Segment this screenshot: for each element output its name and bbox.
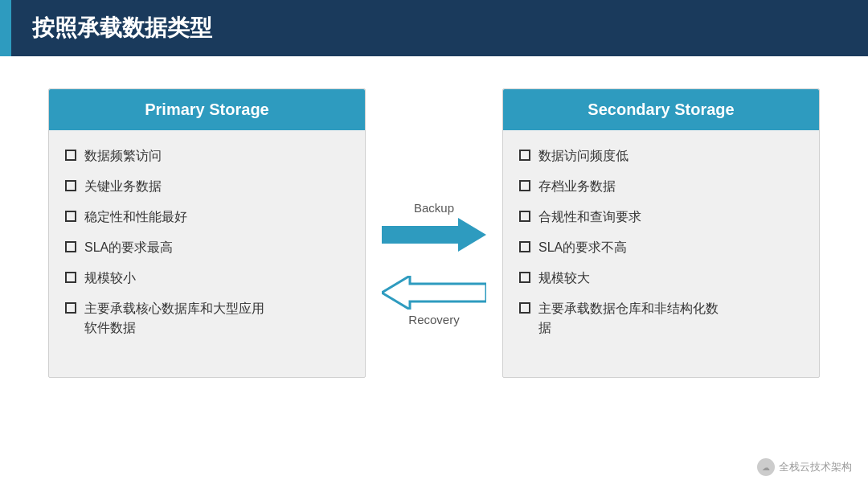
list-item: 稳定性和性能最好 [65, 207, 341, 227]
bullet-icon [519, 272, 530, 283]
item-text: 规模较小 [84, 269, 341, 288]
bullet-icon [519, 150, 530, 161]
item-text: 存档业务数据 [538, 177, 795, 196]
list-item: SLA的要求最高 [65, 238, 341, 257]
list-item: 规模较大 [519, 269, 795, 288]
item-text: 主要承载数据仓库和非结构化数据 [538, 299, 795, 338]
list-item: 数据频繁访问 [65, 146, 341, 166]
item-text: 主要承载核心数据库和大型应用软件数据 [84, 299, 341, 338]
backup-arrow-icon [382, 218, 486, 252]
list-item: 存档业务数据 [519, 177, 795, 196]
bullet-icon [519, 302, 530, 314]
list-item: 规模较小 [65, 269, 341, 288]
bullet-icon [65, 211, 76, 222]
item-text: 合规性和查询要求 [538, 207, 795, 227]
list-item: 合规性和查询要求 [519, 207, 795, 227]
secondary-storage-box: Secondary Storage 数据访问频度低 存档业务数据 合规性和查询要… [502, 88, 820, 378]
item-text: 规模较大 [538, 269, 795, 288]
watermark: ☁ 全栈云技术架构 [757, 458, 852, 476]
page-title: 按照承载数据类型 [32, 13, 212, 43]
list-item: 数据访问频度低 [519, 146, 795, 166]
recovery-arrow-wrapper: Recovery [382, 276, 486, 326]
bullet-icon [65, 272, 76, 283]
svg-marker-1 [382, 276, 486, 310]
item-text: 数据频繁访问 [84, 146, 341, 166]
bullet-icon [65, 302, 76, 314]
secondary-storage-title: Secondary Storage [503, 89, 819, 130]
bullet-icon [65, 241, 76, 252]
backup-label: Backup [414, 201, 454, 215]
bullet-icon [519, 241, 530, 252]
item-text: SLA的要求最高 [84, 238, 341, 257]
item-text: 关键业务数据 [84, 177, 341, 196]
main-content: Primary Storage 数据频繁访问 关键业务数据 稳定性和性能最好 S… [0, 56, 868, 488]
item-text: SLA的要求不高 [538, 238, 795, 257]
watermark-text: 全栈云技术架构 [779, 460, 852, 474]
watermark-icon: ☁ [757, 458, 775, 476]
list-item: 关键业务数据 [65, 177, 341, 196]
recovery-label: Recovery [408, 313, 459, 326]
primary-storage-title: Primary Storage [49, 89, 365, 130]
list-item: SLA的要求不高 [519, 238, 795, 257]
primary-storage-box: Primary Storage 数据频繁访问 关键业务数据 稳定性和性能最好 S… [48, 88, 366, 378]
svg-marker-0 [382, 218, 486, 252]
bullet-icon [65, 180, 76, 191]
item-text: 数据访问频度低 [538, 146, 795, 166]
item-text: 稳定性和性能最好 [84, 207, 341, 227]
bullet-icon [519, 211, 530, 222]
backup-arrow-wrapper: Backup [382, 201, 486, 252]
bullet-icon [519, 180, 530, 191]
list-item: 主要承载核心数据库和大型应用软件数据 [65, 299, 341, 338]
bullet-icon [65, 150, 76, 161]
primary-storage-body: 数据频繁访问 关键业务数据 稳定性和性能最好 SLA的要求最高 规模较小 主要承… [49, 130, 365, 365]
recovery-arrow-icon [382, 276, 486, 310]
secondary-storage-body: 数据访问频度低 存档业务数据 合规性和查询要求 SLA的要求不高 规模较大 主要… [503, 130, 819, 365]
page-header: 按照承载数据类型 [0, 0, 868, 56]
arrow-section: Backup Recovery [366, 201, 502, 326]
list-item: 主要承载数据仓库和非结构化数据 [519, 299, 795, 338]
